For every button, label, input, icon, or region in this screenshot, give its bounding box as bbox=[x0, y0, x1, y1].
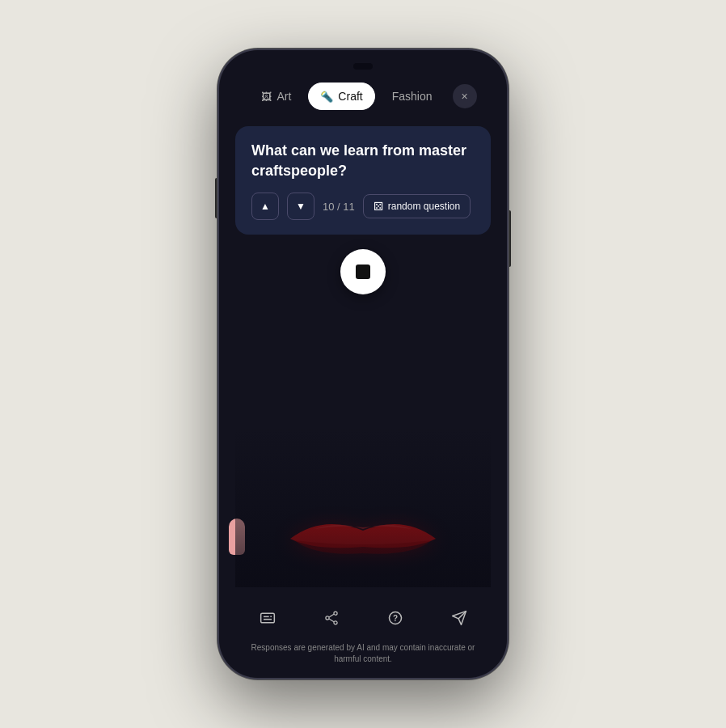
question-count: 10 / 11 bbox=[323, 201, 355, 213]
power-button bbox=[509, 210, 511, 267]
send-icon bbox=[451, 610, 467, 626]
random-question-label: random question bbox=[388, 201, 460, 212]
finger-hint bbox=[229, 518, 245, 555]
lips-visualization bbox=[282, 506, 444, 571]
disclaimer: Responses are generated by AI and may co… bbox=[219, 642, 507, 678]
disclaimer-text: Responses are generated by AI and may co… bbox=[251, 643, 475, 663]
random-question-button[interactable]: ⚄ random question bbox=[363, 194, 471, 218]
prev-question-button[interactable]: ▲ bbox=[251, 193, 279, 220]
bottom-toolbar: ? bbox=[219, 594, 507, 642]
visualization-area bbox=[235, 309, 491, 587]
main-content: What can we learn from master craftspeop… bbox=[219, 120, 507, 594]
share-icon bbox=[323, 610, 340, 626]
craft-icon: 🔦 bbox=[320, 91, 333, 103]
svg-line-8 bbox=[329, 619, 334, 622]
tab-craft-label: Craft bbox=[338, 90, 362, 103]
camera-notch bbox=[353, 63, 373, 70]
svg-point-4 bbox=[333, 612, 336, 615]
svg-text:?: ? bbox=[392, 614, 397, 623]
question-text: What can we learn from master craftspeop… bbox=[251, 141, 475, 181]
tab-art-label: Art bbox=[276, 90, 291, 103]
svg-line-7 bbox=[329, 614, 334, 617]
captions-icon bbox=[260, 610, 276, 626]
question-controls: ▲ ▼ 10 / 11 ⚄ random question bbox=[251, 193, 475, 220]
question-card: What can we learn from master craftspeop… bbox=[235, 126, 491, 235]
notch-bar bbox=[219, 50, 507, 83]
help-icon: ? bbox=[387, 610, 403, 626]
captions-button[interactable] bbox=[253, 603, 282, 633]
record-button[interactable] bbox=[340, 249, 386, 294]
tab-bar: 🖼 Art 🔦 Craft Fashion × bbox=[219, 83, 507, 120]
svg-rect-0 bbox=[260, 613, 274, 623]
svg-point-6 bbox=[333, 621, 336, 624]
tab-craft[interactable]: 🔦 Craft bbox=[308, 83, 374, 110]
tab-fashion[interactable]: Fashion bbox=[380, 83, 445, 110]
dice-icon: ⚄ bbox=[374, 200, 383, 213]
tab-art[interactable]: 🖼 Art bbox=[249, 83, 303, 110]
art-icon: 🖼 bbox=[261, 91, 272, 103]
share-button[interactable] bbox=[317, 603, 346, 633]
next-question-button[interactable]: ▼ bbox=[287, 193, 314, 220]
send-button[interactable] bbox=[445, 603, 474, 633]
record-area bbox=[235, 246, 491, 298]
down-arrow-icon: ▼ bbox=[296, 201, 306, 212]
tab-fashion-label: Fashion bbox=[392, 90, 433, 103]
close-button[interactable]: × bbox=[453, 84, 477, 108]
close-icon: × bbox=[461, 90, 467, 103]
phone-screen: 🖼 Art 🔦 Craft Fashion × What can w bbox=[219, 50, 507, 678]
svg-point-5 bbox=[325, 616, 328, 620]
phone-frame-wrapper: 🖼 Art 🔦 Craft Fashion × What can w bbox=[217, 49, 509, 679]
help-button[interactable]: ? bbox=[381, 603, 410, 633]
stop-icon bbox=[356, 265, 370, 279]
phone-frame: 🖼 Art 🔦 Craft Fashion × What can w bbox=[217, 49, 509, 679]
up-arrow-icon: ▲ bbox=[260, 201, 270, 212]
